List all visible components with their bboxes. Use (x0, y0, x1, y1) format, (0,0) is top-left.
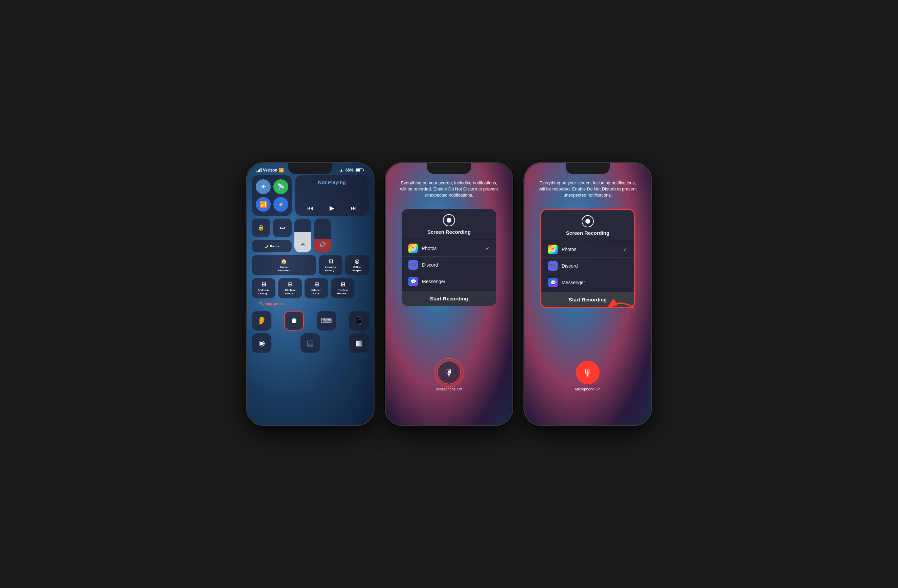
focus-tile[interactable]: 🌙 Focus (252, 240, 292, 252)
volume-slider[interactable]: 🔊 (314, 218, 331, 252)
calculator-btn[interactable]: ⌨ (317, 311, 336, 330)
office-shapes-tile[interactable]: ◎ OfficeShapes (345, 255, 369, 275)
record-btn[interactable]: ⏺ (284, 311, 304, 330)
status-bar-1: Verizon 📶 ▲ 66% (247, 163, 374, 172)
lock-rotation-btn[interactable]: 🔒 (252, 218, 271, 237)
home-favorites-tile[interactable]: 🏠 HomeFavorites (252, 255, 316, 275)
moon-icon: 🌙 (264, 245, 268, 248)
cc-icon-row: 👂 ⏺ ⌨ 📱 (252, 311, 369, 330)
carrier-label: Verizon (263, 168, 277, 172)
app-list-3: 🌸 Photos ✓ 🎮 Discord 💬 Messenger (541, 240, 634, 292)
photos-check-2: ✓ (486, 246, 490, 251)
media-controls: ⏮ ▶ ⏭ (299, 204, 365, 212)
status-left: Verizon 📶 (257, 168, 284, 172)
airplane-btn[interactable]: ✈ (256, 179, 271, 194)
kitchen-range-label: KitchenRange... (284, 289, 295, 295)
record-icon-2 (443, 214, 455, 226)
discord-row-3[interactable]: 🎮 Discord (541, 258, 634, 274)
mic-label-3: Microphone On (575, 387, 600, 391)
shortcuts-btn[interactable]: ▦ (349, 333, 369, 353)
record-dot-3 (585, 219, 590, 224)
signal-bar-2 (258, 170, 259, 172)
kitchen-cans-icon: ⊟ (314, 281, 319, 287)
messenger-label-3: Messenger (562, 280, 627, 285)
iphone-2: Everything on your screen, including not… (385, 162, 513, 426)
screen-mirror-icon: ▭ (280, 224, 285, 231)
bluetooth-btn[interactable]: ⚡ (274, 197, 288, 212)
messenger-row-3[interactable]: 💬 Messenger (541, 274, 634, 291)
kitchen-cans-tile[interactable]: ⊟ KitchenCans (304, 278, 328, 298)
cc-row-2a: 🔒 ▭ (252, 218, 292, 237)
microphone-area-2: 🎙 Microphone Off (436, 361, 461, 391)
iphone-1: Verizon 📶 ▲ 66% (246, 162, 375, 426)
microphone-btn-2[interactable]: 🎙 (437, 361, 461, 384)
battery-icon (355, 169, 364, 172)
media-title: Not Playing (299, 179, 365, 185)
status-right: ▲ 66% (339, 168, 364, 172)
bedroom-tile[interactable]: ⊟ BedroomCeiling... (252, 278, 275, 298)
wallet-btn[interactable]: ▤ (300, 333, 320, 353)
photos-check-3: ✓ (623, 247, 627, 252)
kitchen-home-label: KitchenHomeP... (337, 289, 348, 295)
connectivity-tile[interactable]: ✈ 📡 📶 ⚡ (252, 175, 292, 216)
wifi-icon: 📶 (279, 168, 284, 172)
hearing-btn[interactable]: 👂 (252, 311, 271, 330)
wifi-btn[interactable]: 📶 (256, 197, 271, 212)
kitchen-home-tile[interactable]: ⊟ KitchenHomeP... (331, 278, 355, 298)
photos-label-3: Photos (562, 247, 623, 252)
rewind-btn[interactable]: ⏮ (307, 205, 313, 212)
info-text-3: Everything on your screen, including not… (524, 163, 651, 205)
red-arrow-svg (600, 291, 641, 312)
start-recording-btn-2[interactable]: Start Recording (401, 291, 497, 306)
signal-bar-1 (257, 171, 257, 172)
arrow-icon: ↙ (258, 299, 264, 308)
watchface-btn[interactable]: ◉ (252, 333, 271, 353)
kitchen-range-tile[interactable]: ⊟ KitchenRange... (278, 278, 302, 298)
signal-bar-4 (261, 168, 261, 172)
home-label: HomeFavorites (278, 266, 290, 272)
laundry-battery-tile[interactable]: ⊡ LaundryBattery... (319, 255, 343, 275)
popup-header-3: Screen Recording (541, 210, 634, 240)
phones-container: Verizon 📶 ▲ 66% (246, 162, 652, 426)
iphone-3: Everything on your screen, including not… (523, 162, 652, 426)
location-icon: ▲ (339, 168, 343, 172)
kitchen-cans-label: KitchenCans (311, 289, 321, 295)
mic-ring-2 (434, 358, 464, 387)
photos-row-2[interactable]: 🌸 Photos ✓ (401, 240, 497, 257)
photos-icon-2: 🌸 (408, 244, 418, 253)
bedroom-icon: ⊟ (261, 281, 266, 287)
cc-row-1: ✈ 📡 📶 ⚡ Not Playing ⏮ ▶ ⏭ (252, 175, 369, 216)
play-btn[interactable]: ▶ (329, 204, 334, 212)
photos-row-3[interactable]: 🌸 Photos ✓ (541, 241, 634, 258)
recording-popup-2: Screen Recording 🌸 Photos ✓ 🎮 Discord (401, 209, 497, 306)
remote-btn[interactable]: 📱 (349, 311, 369, 330)
focus-label: Focus (270, 245, 279, 248)
discord-icon-2: 🎮 (408, 260, 418, 270)
battery-percent: 66% (346, 168, 354, 172)
media-tile: Not Playing ⏮ ▶ ⏭ (295, 175, 369, 216)
microphone-area-3: 🎙 Microphone On (575, 361, 600, 391)
microphone-btn-3[interactable]: 🎙 (576, 361, 600, 384)
photos-icon-3: 🌸 (548, 245, 558, 254)
cc-row-3: 🏠 HomeFavorites ⊡ LaundryBattery... ◎ Of… (252, 255, 369, 275)
laundry-label: LaundryBattery... (325, 266, 336, 272)
popup-title-2: Screen Recording (427, 229, 471, 235)
mic-label-2: Microphone Off (436, 387, 461, 391)
discord-row-2[interactable]: 🎮 Discord (401, 257, 497, 273)
forward-btn[interactable]: ⏭ (351, 205, 357, 212)
cc-row-4: ⊟ BedroomCeiling... ⊟ KitchenRange... ⊟ … (252, 278, 369, 298)
popup-title-3: Screen Recording (566, 230, 609, 236)
popup-screen-2: Everything on your screen, including not… (386, 163, 512, 425)
laundry-icon: ⊡ (329, 258, 333, 264)
signal-bar-3 (259, 169, 260, 172)
messenger-icon-3: 💬 (548, 278, 558, 287)
brightness-slider[interactable]: ☀ (294, 218, 311, 252)
home-icon: 🏠 (280, 258, 287, 264)
cc-row-2: 🔒 ▭ 🌙 Focus (252, 218, 369, 252)
cellular-btn[interactable]: 📡 (274, 179, 288, 194)
screen-mirror-btn[interactable]: ▭ (273, 218, 292, 237)
app-list-2: 🌸 Photos ✓ 🎮 Discord 💬 Messenger (401, 239, 497, 291)
cc-icon-row-2: ◉ ▤ ▦ (252, 333, 369, 353)
messenger-row-2[interactable]: 💬 Messenger (401, 273, 497, 290)
messenger-label-2: Messenger (422, 279, 490, 284)
